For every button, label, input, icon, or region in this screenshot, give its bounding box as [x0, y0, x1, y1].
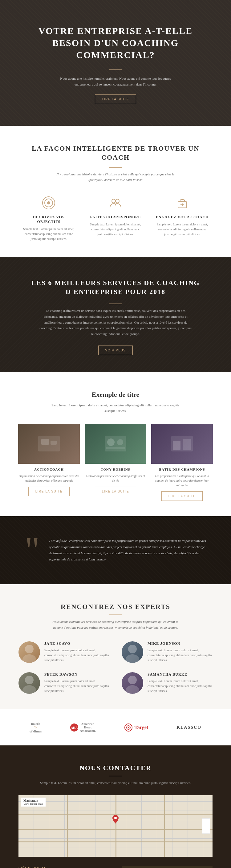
experts-divider — [109, 615, 122, 615]
experts-section: RENCONTREZ NOS EXPERTS Nous avons examin… — [0, 584, 231, 709]
how-step3-text: Sample text. Lorem ipsum dolor sit amet,… — [155, 222, 209, 237]
svg-point-3 — [112, 199, 116, 203]
expert-samantha: SAMANTHA BURKE Sample text. Lorem ipsum … — [122, 672, 213, 694]
card-img-actioncoach — [18, 424, 80, 464]
card-tonyrobbins: TONY ROBBINS Motivation personnelle et c… — [85, 424, 146, 501]
expert-mike-name: MIKE JOHNSON — [148, 641, 213, 646]
partner-target: Target — [124, 723, 149, 732]
expert-mike: MIKE JOHNSON Sample text. Lorem ipsum do… — [122, 641, 213, 663]
how-subtitle: Il y a toujours une histoire derrière l'… — [54, 172, 177, 183]
card-actioncoach-title: ACTIONCOACH — [18, 467, 80, 471]
services-divider — [109, 304, 122, 304]
contact-form: SOUMETTRE — [122, 866, 213, 868]
map-pin — [112, 815, 119, 825]
quote-text: «Les défis de l'entrepreneuriat sont mul… — [49, 538, 206, 562]
card-champions: BÂTIR DES CHAMPIONS Les propriétaires d'… — [151, 424, 213, 501]
coach-icon — [175, 195, 190, 211]
expert-samantha-name: SAMANTHA BURKE — [148, 672, 213, 677]
card-grid: ACTIONCOACH Organisation de coaching exp… — [15, 424, 216, 501]
avatar-peter — [18, 672, 40, 694]
svg-rect-17 — [183, 439, 191, 450]
expert-jane-bio: Sample text. Lorem ipsum dolor sit amet,… — [44, 648, 109, 663]
svg-rect-14 — [106, 447, 125, 449]
map-view-larger[interactable]: View larger map — [24, 802, 43, 805]
svg-rect-16 — [173, 441, 181, 450]
avatar-samantha — [122, 672, 143, 694]
map-zoom-in[interactable]: + — [202, 818, 210, 826]
contact-intro: Sample text. Lorem ipsum dolor sit amet,… — [18, 780, 213, 786]
how-card-2: Faites correspondre Sample text. Lorem i… — [85, 195, 146, 242]
svg-point-2 — [47, 201, 50, 205]
services-cta-button[interactable]: VOIR PLUS — [98, 345, 133, 355]
how-card-3: Engagez votre coach Sample text. Lorem i… — [152, 195, 213, 242]
examples-section: Exemple de titre Sample text. Lorem ipsu… — [0, 372, 231, 516]
card-champions-cta[interactable]: LIRE LA SUITE — [161, 491, 203, 501]
services-section: LES 6 MEILLEURS SERVICES DE COACHING D'E… — [0, 257, 231, 372]
card-actioncoach-cta[interactable]: LIRE LA SUITE — [28, 487, 70, 496]
map-road — [164, 795, 165, 857]
card-tonyrobbins-cta[interactable]: LIRE LA SUITE — [95, 487, 136, 496]
svg-point-30 — [128, 727, 129, 728]
card-img-champions — [151, 424, 213, 464]
avatar-jane — [18, 641, 40, 663]
email-input[interactable] — [122, 866, 213, 868]
map-zoom-out[interactable]: − — [202, 826, 210, 834]
partner-aha: AHA AmericanHeartAssociation. — [70, 722, 95, 733]
quote-mark: " — [25, 535, 40, 565]
experts-title: RENCONTREZ NOS EXPERTS — [18, 603, 213, 611]
hero-cta-button[interactable]: LIRE LA SUITE — [95, 94, 136, 104]
map-background — [18, 795, 213, 857]
contact-title: NOUS CONTACTER — [18, 764, 213, 772]
svg-point-23 — [23, 685, 36, 694]
expert-peter: PETER DAWSON Sample text. Lorem ipsum do… — [18, 672, 109, 694]
svg-point-19 — [23, 654, 36, 663]
card-actioncoach-desc: Organisation de coaching expérimentée av… — [18, 474, 80, 483]
card-tonyrobbins-title: TONY ROBBINS — [85, 467, 146, 471]
map-city: Manhattan — [24, 799, 43, 802]
how-title: LA FAÇON INTELLIGENTE DE TROUVER UN COAC… — [18, 144, 213, 162]
map-label[interactable]: Manhattan View larger map — [21, 798, 46, 807]
expert-samantha-bio: Sample text. Lorem ipsum dolor sit amet,… — [148, 679, 213, 693]
hero-divider — [109, 69, 122, 70]
how-step1-text: Sample text. Lorem ipsum dolor sit amet,… — [22, 227, 76, 242]
svg-point-13 — [117, 439, 123, 445]
svg-point-12 — [107, 438, 115, 446]
map-zoom[interactable]: + − — [202, 818, 210, 834]
target-icon — [41, 195, 56, 211]
expert-mike-bio: Sample text. Lorem ipsum dolor sit amet,… — [148, 648, 213, 663]
map-road — [116, 795, 116, 857]
expert-jane: JANE SCAVO Sample text. Lorem ipsum dolo… — [18, 641, 109, 663]
svg-text:AHA: AHA — [71, 726, 78, 730]
contact-header: NOUS CONTACTER Sample text. Lorem ipsum … — [18, 764, 213, 786]
svg-rect-9 — [41, 439, 49, 445]
map-container[interactable]: Manhattan View larger map + − — [18, 795, 213, 857]
expert-peter-bio: Sample text. Lorem ipsum dolor sit amet,… — [44, 679, 109, 693]
expert-peter-info: PETER DAWSON Sample text. Lorem ipsum do… — [44, 672, 109, 693]
people-icon — [108, 195, 123, 211]
examples-title: Exemple de titre — [15, 391, 216, 399]
card-tonyrobbins-desc: Motivation personnelle et coaching d'aff… — [85, 474, 146, 483]
contact-office-label: SIÈGE SOCIAL — [18, 866, 109, 868]
svg-point-31 — [114, 817, 117, 819]
how-section: LA FAÇON INTELLIGENTE DE TROUVER UN COAC… — [0, 126, 231, 257]
card-champions-desc: Les propriétaires d'entreprise qui veule… — [151, 474, 213, 488]
experts-intro: Nous avons examiné les services de coach… — [51, 619, 180, 630]
contact-address: SIÈGE SOCIAL Exemple d'Institut pour l'e… — [18, 866, 109, 868]
expert-jane-info: JANE SCAVO Sample text. Lorem ipsum dolo… — [44, 641, 109, 663]
how-step2-text: Sample text. Lorem ipsum dolor sit amet,… — [88, 222, 143, 237]
svg-point-20 — [128, 645, 137, 653]
how-card-1: Décrivez vos objectifs Sample text. Lore… — [18, 195, 79, 242]
svg-point-22 — [25, 676, 34, 684]
partners-section: march ♡of dimes AHA AmericanHeartAssocia… — [0, 709, 231, 745]
card-champions-title: BÂTIR DES CHAMPIONS — [151, 467, 213, 471]
services-description: Le coaching d'affaires est un service da… — [38, 308, 192, 337]
contact-section: NOUS CONTACTER Sample text. Lorem ipsum … — [0, 745, 231, 868]
services-title: LES 6 MEILLEURS SERVICES DE COACHING D'E… — [25, 279, 206, 296]
hero-title: VOTRE ENTREPRISE A-T-ELLE BESOIN D'UN CO… — [37, 25, 194, 61]
expert-peter-name: PETER DAWSON — [44, 672, 109, 677]
contact-divider — [109, 776, 122, 776]
svg-point-24 — [128, 676, 137, 684]
expert-samantha-info: SAMANTHA BURKE Sample text. Lorem ipsum … — [148, 672, 213, 693]
svg-point-18 — [25, 645, 34, 653]
hero-description: Nous avons une histoire humble, vraiment… — [51, 76, 180, 87]
